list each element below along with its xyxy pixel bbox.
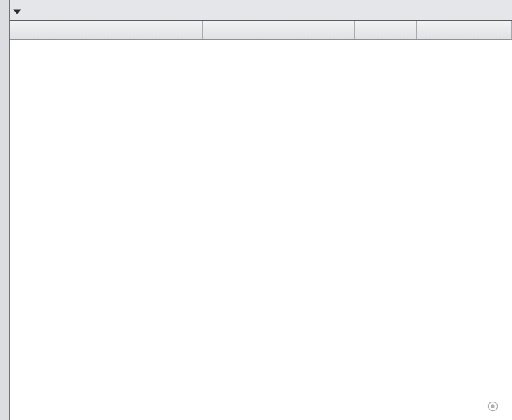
- collapse-icon[interactable]: [12, 5, 22, 15]
- left-gutter: [0, 0, 10, 420]
- column-header-row: [10, 21, 512, 40]
- column-header-desc[interactable]: [203, 21, 355, 39]
- tree-view[interactable]: [10, 40, 512, 420]
- column-header-version[interactable]: [355, 21, 417, 39]
- column-header-name[interactable]: [10, 21, 203, 39]
- column-header-spare: [417, 21, 512, 39]
- panel-title-bar[interactable]: [10, 0, 512, 21]
